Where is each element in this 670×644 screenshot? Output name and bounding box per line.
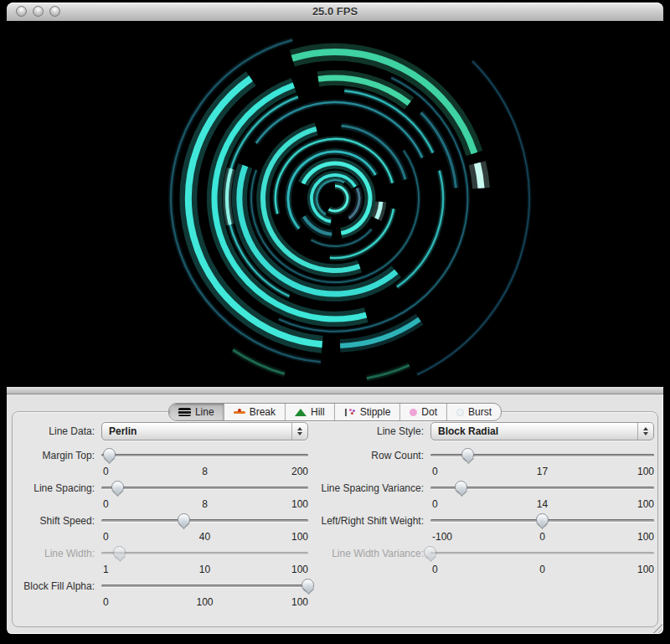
margin-top-row: Margin Top: 0 8 200 xyxy=(17,446,308,479)
max-value: 100 xyxy=(637,531,654,543)
line-style-dropdown[interactable]: Block Radial xyxy=(430,422,654,440)
min-value: 0 xyxy=(432,466,438,477)
burst-icon xyxy=(456,409,464,416)
min-value: 0 xyxy=(103,596,109,608)
canvas-panel-divider xyxy=(7,387,663,394)
line-spacing-variance-row: Line Spacing Variance: 0 14 100 xyxy=(302,479,654,512)
line-data-dropdown[interactable]: Perlin xyxy=(101,422,308,440)
tab-hill-label: Hill xyxy=(311,406,325,418)
shift-weight-row: Left/Right Shift Weight: -100 0 100 xyxy=(302,512,654,544)
line-width-variance-row: Line Width Variance: 0 0 100 xyxy=(302,544,654,577)
generative-canvas xyxy=(7,21,663,387)
tab-break[interactable]: Break xyxy=(224,404,285,420)
min-value: 0 xyxy=(432,498,438,510)
shift-weight-slider-thumb[interactable] xyxy=(536,513,549,526)
line-width-slider-thumb[interactable] xyxy=(113,546,126,559)
line-width-variance-slider-thumb[interactable] xyxy=(424,546,436,559)
shift-speed-label: Shift Speed: xyxy=(17,515,95,527)
line-spacing-variance-label: Line Spacing Variance: xyxy=(302,482,424,494)
line-style-row: Line Style: Block Radial xyxy=(302,421,654,441)
block-fill-alpha-slider[interactable] xyxy=(101,585,308,587)
max-value: 100 xyxy=(637,466,654,477)
line-style-label: Line Style: xyxy=(302,425,424,437)
dot-icon xyxy=(410,409,417,416)
current-value: 10 xyxy=(199,564,210,575)
line-width-variance-label: Line Width Variance: xyxy=(302,548,424,559)
stipple-icon xyxy=(344,408,356,417)
line-width-slider[interactable] xyxy=(101,552,308,554)
tab-hill[interactable]: Hill xyxy=(285,404,334,420)
shift-speed-slider-thumb[interactable] xyxy=(178,513,190,526)
row-count-label: Row Count: xyxy=(302,450,424,461)
window-title: 25.0 FPS xyxy=(7,3,663,21)
line-spacing-variance-slider-thumb[interactable] xyxy=(455,481,467,493)
right-control-column: Line Style: Block Radial Row Count: 0 17 xyxy=(302,421,654,577)
min-value: 0 xyxy=(103,466,109,477)
app-window: 25.0 FPS Line Break Hill Stipple xyxy=(0,0,670,644)
title-bar[interactable]: 25.0 FPS xyxy=(7,3,663,22)
tab-line[interactable]: Line xyxy=(169,404,224,420)
block-fill-alpha-slider-thumb[interactable] xyxy=(302,579,314,591)
current-value: 40 xyxy=(199,531,210,543)
min-value: -100 xyxy=(432,531,452,543)
line-data-value: Perlin xyxy=(109,425,137,437)
current-value: 0 xyxy=(539,564,545,575)
line-width-row: Line Width: 1 10 100 xyxy=(17,544,308,577)
current-value: 8 xyxy=(202,498,208,510)
tab-stipple[interactable]: Stipple xyxy=(334,404,400,420)
mode-tab-bar: Line Break Hill Stipple Dot Burst xyxy=(168,403,502,421)
max-value: 100 xyxy=(637,564,654,575)
margin-top-slider[interactable] xyxy=(101,454,308,456)
shift-speed-row: Shift Speed: 0 40 100 xyxy=(17,512,308,544)
current-value: 8 xyxy=(202,466,208,477)
line-spacing-slider[interactable] xyxy=(101,487,308,489)
tab-burst-label: Burst xyxy=(468,406,492,418)
line-icon xyxy=(178,408,191,416)
min-value: 0 xyxy=(432,564,438,575)
margin-top-label: Margin Top: xyxy=(17,450,95,461)
tab-stipple-label: Stipple xyxy=(360,406,391,418)
tab-break-label: Break xyxy=(250,406,276,418)
max-value: 100 xyxy=(637,498,654,510)
block-fill-alpha-label: Block Fill Alpha: xyxy=(17,580,95,592)
shift-weight-label: Left/Right Shift Weight: xyxy=(302,515,424,527)
popup-arrows-icon xyxy=(637,423,653,440)
shift-speed-slider[interactable] xyxy=(101,519,308,522)
line-spacing-row: Line Spacing: 0 8 100 xyxy=(17,479,308,512)
current-value: 17 xyxy=(537,466,548,477)
margin-top-slider-thumb[interactable] xyxy=(103,448,116,461)
current-value: 14 xyxy=(537,498,548,510)
block-fill-alpha-row: Block Fill Alpha: 0 100 100 xyxy=(17,577,308,610)
tab-burst[interactable]: Burst xyxy=(446,404,501,420)
line-data-row: Line Data: Perlin xyxy=(17,421,308,441)
current-value: 0 xyxy=(539,531,545,543)
max-value: 100 xyxy=(291,596,308,608)
tab-dot-label: Dot xyxy=(421,406,437,418)
tab-line-label: Line xyxy=(195,406,214,418)
line-spacing-label: Line Spacing: xyxy=(17,482,95,494)
control-panel: Line Break Hill Stipple Dot Burst xyxy=(7,394,663,634)
min-value: 1 xyxy=(103,564,109,575)
line-spacing-slider-thumb[interactable] xyxy=(111,481,124,493)
min-value: 0 xyxy=(103,531,109,543)
row-count-slider-thumb[interactable] xyxy=(461,448,474,461)
line-style-value: Block Radial xyxy=(438,425,498,437)
hill-icon xyxy=(295,409,307,416)
row-count-row: Row Count: 0 17 100 xyxy=(302,446,654,479)
min-value: 0 xyxy=(103,498,109,510)
left-control-column: Line Data: Perlin Margin Top: 0 8 20 xyxy=(17,421,308,610)
line-width-label: Line Width: xyxy=(17,548,95,559)
current-value: 100 xyxy=(196,596,213,608)
line-data-label: Line Data: xyxy=(17,425,95,437)
line-width-variance-slider[interactable] xyxy=(430,552,654,554)
tab-dot[interactable]: Dot xyxy=(399,404,446,420)
break-icon xyxy=(234,408,245,416)
